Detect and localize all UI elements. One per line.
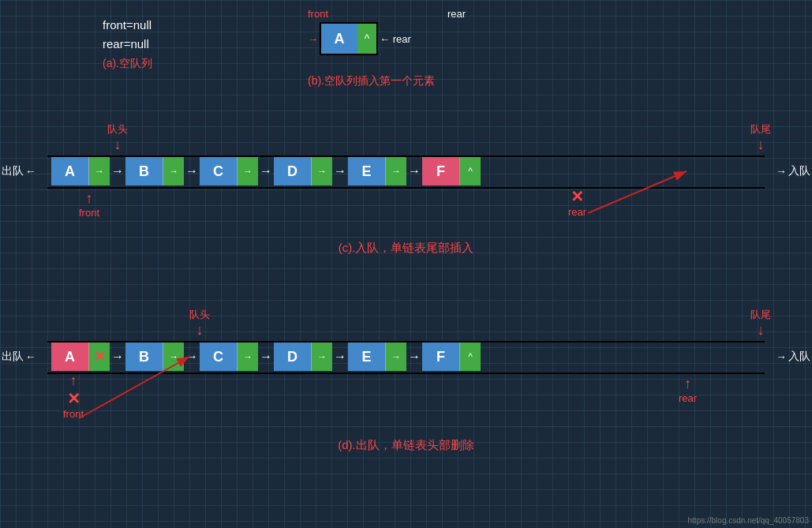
front-null-label: front=null [103,16,152,35]
section-c-bottom-line [47,187,765,189]
section-c-dequeue: 出队← [2,164,36,178]
section-a-text: front=null rear=null [103,16,152,54]
section-c-nodes: A → → B → → C → → D → → E → → F ^ [51,157,481,185]
section-c-enqueue: →入队 [776,164,810,178]
section-d-dequeue: 出队← [2,350,36,364]
section-c-queue-head-label: 队头 ↓ [107,122,128,153]
section-d-rear-label: ↑ rear [679,376,697,404]
section-b-caption: (b).空队列插入第一个元素 [308,74,466,88]
section-a-caption: (a).空队列 [103,57,152,71]
section-d-bottom-line [47,373,765,374]
section-c-queue-tail-label: 队尾 ↓ [750,122,771,153]
section-b: front rear → A ^ ← rear (b).空队列插入第一个元素 [308,8,466,88]
section-c-caption: (c).入队，单链表尾部插入 [0,241,812,256]
section-a: front=null rear=null (a).空队列 [103,16,152,71]
watermark: https://blog.csdn.net/qq_40057803 [688,516,809,525]
section-d-enqueue: →入队 [776,350,810,364]
section-b-front: front [308,8,328,20]
section-b-node-next: ^ [357,24,376,54]
svg-line-0 [588,171,687,213]
section-c-front-label: ↑ front [79,190,99,219]
section-d-caption: (d).出队，单链表头部删除 [0,438,812,453]
section-c-rear-cross: ✕ rear [568,187,586,218]
section-b-rear: rear [447,8,466,20]
section-d-queue-head-label: 队头 ↓ [189,308,210,339]
section-b-node-data: A [321,24,357,54]
section-d-queue-tail-label: 队尾 ↓ [750,308,771,339]
section-d-nodes: A ✕ → B → → C → → D → → E → → [51,343,481,371]
rear-null-label: rear=null [103,35,152,54]
section-d-front-cross: ↑ ✕ front [63,373,84,420]
